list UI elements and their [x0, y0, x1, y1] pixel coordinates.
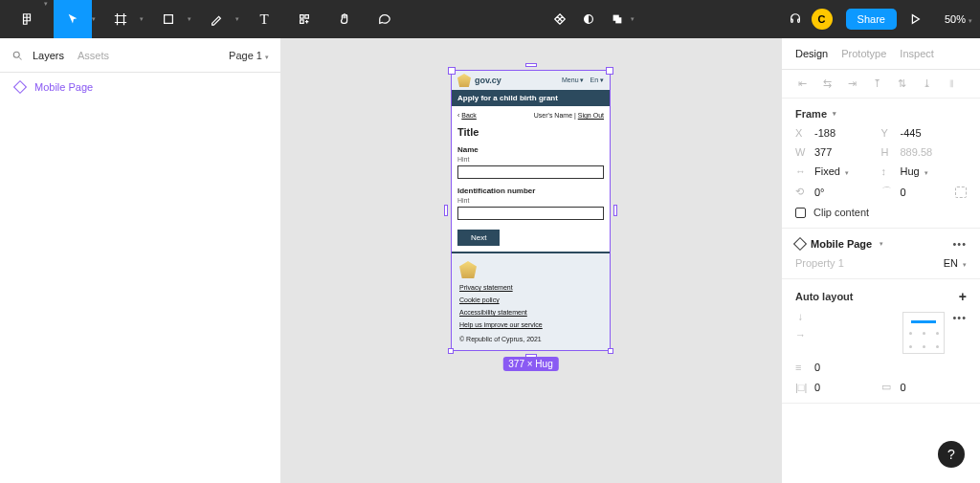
property-value[interactable]: EN ▾ — [944, 257, 967, 269]
share-button[interactable]: Share — [846, 9, 897, 30]
zoom-picker[interactable]: 50% ▾ — [945, 13, 972, 25]
tab-assets[interactable]: Assets — [78, 50, 109, 61]
alignment-box[interactable] — [902, 312, 945, 354]
auto-layout-title: Auto layout — [795, 291, 854, 302]
y-label: Y — [881, 127, 895, 139]
footer-link[interactable]: Help us improve our service — [459, 321, 602, 328]
direction-vertical-icon[interactable]: → — [795, 313, 807, 323]
variant-name[interactable]: Mobile Page — [811, 238, 872, 250]
clip-checkbox[interactable] — [795, 208, 806, 218]
resize-handle-left[interactable] — [444, 205, 448, 216]
components-icon[interactable] — [546, 0, 573, 38]
tab-layers[interactable]: Layers — [33, 50, 64, 61]
clip-label: Clip content — [813, 207, 869, 218]
mobile-page-artifact: gov.cy Menu ▾ En ▾ Apply for a child bir… — [452, 71, 610, 350]
figma-menu-button[interactable] — [8, 0, 46, 38]
distribute-icon[interactable]: ⫴ — [945, 77, 958, 90]
tab-inspect[interactable]: Inspect — [900, 48, 933, 59]
tab-prototype[interactable]: Prototype — [841, 48, 886, 59]
pad-h-icon: |□| — [795, 382, 809, 393]
align-top-icon[interactable]: ⤒ — [870, 77, 883, 90]
back-link[interactable]: ‹ Back — [457, 112, 477, 119]
layer-mobile-page[interactable]: Mobile Page — [0, 73, 280, 101]
pen-tool-chevron-icon[interactable]: ▾ — [235, 15, 239, 23]
comment-tool-button[interactable] — [366, 0, 404, 38]
id-input[interactable] — [457, 207, 604, 220]
id-hint: Hint — [457, 197, 604, 204]
h-label: H — [881, 146, 895, 158]
shape-tool-chevron-icon[interactable]: ▾ — [188, 15, 191, 23]
gap-icon: ≡ — [795, 362, 809, 373]
radius-input[interactable]: 0 — [901, 187, 906, 198]
vert-constraint[interactable]: Hug ▾ — [901, 165, 928, 177]
hand-tool-button[interactable] — [325, 0, 364, 38]
autolayout-more-icon[interactable]: ••• — [952, 312, 967, 323]
direction-horizontal-icon[interactable]: → — [795, 329, 806, 340]
pad-v-input[interactable]: 0 — [901, 382, 906, 393]
shape-tool-button[interactable] — [149, 0, 188, 38]
page-picker[interactable]: Page 1 ▾ — [229, 50, 269, 61]
audio-icon[interactable] — [781, 0, 810, 38]
footer-link[interactable]: Privacy statement — [459, 284, 602, 291]
x-input[interactable]: -188 — [814, 127, 835, 139]
name-input[interactable] — [457, 165, 604, 179]
horiz-constraint[interactable]: Fixed ▾ — [814, 165, 849, 177]
variant-more-icon[interactable]: ••• — [952, 238, 967, 250]
y-input[interactable]: -445 — [901, 127, 922, 139]
frame-section-title: Frame — [795, 108, 827, 120]
align-hcenter-icon[interactable]: ⇆ — [820, 77, 834, 90]
align-right-icon[interactable]: ⇥ — [845, 77, 858, 90]
id-label: Identification number — [457, 187, 604, 195]
name-label: Name — [457, 145, 604, 154]
mask-icon[interactable] — [575, 0, 602, 38]
name-hint: Hint — [457, 156, 604, 163]
search-icon[interactable] — [11, 50, 23, 61]
independent-corners-icon[interactable] — [955, 187, 967, 198]
footer-copyright: © Republic of Cyprus, 2021 — [459, 336, 602, 342]
rotation-input[interactable]: 0° — [814, 187, 825, 198]
align-left-icon[interactable]: ⇤ — [795, 77, 809, 90]
footer-link[interactable]: Cookie policy — [459, 296, 602, 303]
tab-design[interactable]: Design — [795, 48, 828, 59]
add-autolayout-icon[interactable]: + — [959, 289, 967, 304]
selected-frame[interactable]: gov.cy Menu ▾ En ▾ Apply for a child bir… — [451, 70, 611, 351]
text-tool-button[interactable]: T — [245, 0, 283, 38]
lang-dropdown[interactable]: En ▾ — [590, 77, 604, 84]
resize-handle-br[interactable] — [608, 348, 613, 354]
pen-tool-button[interactable] — [197, 0, 235, 38]
user-avatar[interactable]: C — [812, 9, 833, 30]
resize-handle-bl[interactable] — [448, 348, 454, 354]
w-input[interactable]: 377 — [814, 146, 832, 158]
footer-link[interactable]: Accessibility statement — [459, 309, 602, 316]
brand-text: gov.cy — [475, 76, 501, 85]
next-button[interactable]: Next — [457, 230, 500, 246]
signout-link[interactable]: Sign Out — [578, 112, 604, 119]
gov-logo-icon — [457, 74, 471, 87]
boolean-chevron-icon[interactable]: ▾ — [631, 15, 635, 23]
figma-menu-chevron-icon[interactable]: ▾ — [44, 0, 48, 38]
svg-point-4 — [13, 52, 19, 57]
pad-h-input[interactable]: 0 — [814, 382, 820, 393]
frame-section: Frame▾ X-188 Y-445 W377 H889.58 ↔Fixed ▾… — [782, 99, 980, 229]
frame-tool-chevron-icon[interactable]: ▾ — [140, 15, 144, 23]
present-button[interactable] — [899, 0, 931, 38]
svg-rect-3 — [615, 17, 621, 23]
chevron-down-icon[interactable]: ▾ — [833, 110, 836, 118]
h-input[interactable]: 889.58 — [901, 146, 933, 158]
gap-input[interactable]: 0 — [814, 362, 820, 373]
move-tool-button[interactable] — [54, 0, 92, 38]
align-bottom-icon[interactable]: ⤓ — [920, 77, 933, 90]
help-button[interactable]: ? — [938, 441, 965, 468]
frame-tool-button[interactable] — [101, 0, 140, 38]
canvas[interactable]: gov.cy Menu ▾ En ▾ Apply for a child bir… — [281, 38, 781, 483]
move-tool-chevron-icon[interactable]: ▾ — [92, 15, 96, 23]
resources-button[interactable] — [285, 0, 323, 38]
resize-handle-right[interactable] — [613, 205, 617, 216]
resize-handle-top[interactable] — [525, 63, 537, 67]
zoom-value: 50% — [945, 13, 966, 25]
boolean-icon[interactable] — [604, 0, 631, 38]
chevron-down-icon[interactable]: ▾ — [880, 240, 883, 248]
menu-dropdown[interactable]: Menu ▾ — [562, 77, 584, 84]
align-vcenter-icon[interactable]: ⇅ — [895, 77, 908, 90]
alignment-controls: ⇤ ⇆ ⇥ ⤒ ⇅ ⤓ ⫴ — [782, 70, 980, 99]
